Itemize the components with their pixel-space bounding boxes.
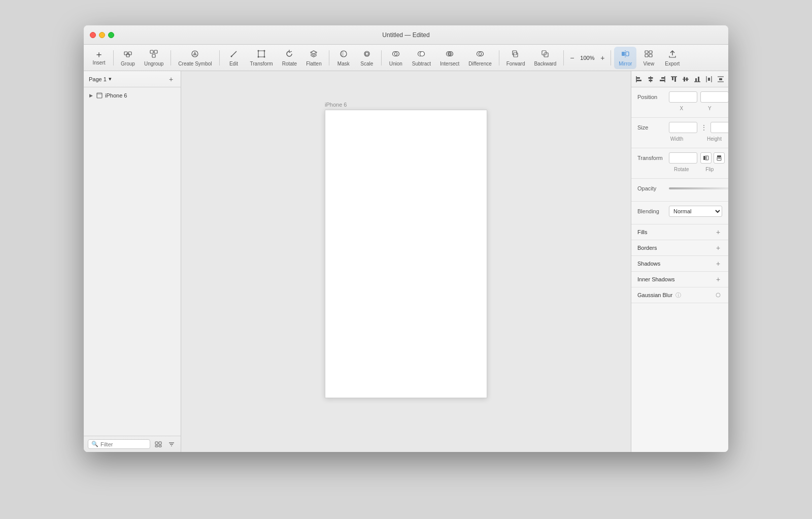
scale-icon [362,49,371,60]
layer-filter-toggle[interactable] [166,439,177,449]
flatten-button[interactable]: Flatten [302,47,326,69]
size-width-input[interactable] [669,122,697,133]
minimize-button[interactable] [99,32,105,38]
svg-rect-36 [649,54,652,57]
layer-item[interactable]: ▶ iPhone 6 [84,89,181,102]
mask-button[interactable]: Mask [332,47,355,69]
ungroup-label: Ungroup [144,61,163,67]
svg-point-77 [716,293,720,297]
align-center-h-button[interactable] [646,74,656,84]
maximize-button[interactable] [108,32,114,38]
backward-label: Backward [534,61,556,67]
svg-point-12 [258,56,259,57]
inner-shadows-add-button[interactable]: + [714,275,722,283]
edit-button[interactable]: Edit [223,47,245,69]
fills-add-button[interactable]: + [714,228,722,236]
insert-button[interactable]: ＋ Insert [88,47,110,69]
scale-button[interactable]: Scale [356,47,378,69]
export-button[interactable]: Export [661,47,684,69]
group-icon [123,49,132,60]
sep2 [171,50,171,66]
svg-point-21 [420,51,425,56]
difference-button[interactable]: Difference [464,47,495,69]
shadows-add-button[interactable]: + [714,260,722,268]
create-symbol-button[interactable]: Create Symbol [174,47,216,69]
position-y-input[interactable] [700,91,728,103]
inner-shadows-section[interactable]: Inner Shadows + [631,272,728,287]
position-y-label: Y [697,106,723,111]
borders-section[interactable]: Borders + [631,240,728,256]
flatten-label: Flatten [306,61,322,67]
flip-v-button[interactable] [714,152,725,164]
artboard-icon [96,92,103,99]
artboard[interactable] [325,110,487,398]
position-row: Position [637,91,722,103]
align-top-button[interactable] [669,74,679,84]
zoom-out-button[interactable]: − [567,53,577,63]
svg-rect-1 [128,52,131,55]
inner-shadows-label: Inner Shadows [637,276,674,282]
subtract-label: Subtract [412,61,431,67]
svg-rect-48 [636,77,640,79]
gaussian-blur-section[interactable]: Gaussian Blur ⓘ [631,287,728,303]
svg-rect-41 [159,442,161,444]
shadows-section[interactable]: Shadows + [631,256,728,272]
transform-section: Transform [631,148,728,179]
union-button[interactable]: Union [385,47,407,69]
rotate-button[interactable]: Rotate [278,47,301,69]
close-button[interactable] [90,32,96,38]
rotate-input[interactable] [669,152,697,164]
shadows-label: Shadows [637,261,660,267]
subtract-button[interactable]: Subtract [408,47,435,69]
zoom-in-button[interactable]: + [597,53,607,63]
intersect-button[interactable]: Intersect [436,47,463,69]
size-height-input[interactable] [710,122,728,133]
backward-button[interactable]: Backward [530,47,560,69]
sep8 [611,50,611,66]
forward-button[interactable]: Forward [502,47,529,69]
transform-button[interactable]: Transform [246,47,277,69]
layers-list: ▶ iPhone 6 [84,87,181,436]
fills-section[interactable]: Fills + [631,224,728,240]
blending-section: Blending Normal Darken Multiply Color Bu… [631,202,728,224]
position-x-input[interactable] [669,91,697,103]
canvas-area[interactable]: iPhone 6 [181,71,631,452]
ungroup-button[interactable]: Ungroup [140,47,167,69]
svg-rect-72 [706,156,708,160]
group-button[interactable]: Group [117,47,139,69]
window-title: Untitled — Edited [382,31,429,39]
subtract-icon [417,49,426,60]
borders-add-button[interactable]: + [714,244,722,252]
link-icon[interactable]: ⋮ [700,123,707,132]
layer-view-button[interactable] [153,439,163,449]
page-selector[interactable]: Page 1 ▾ [89,76,112,82]
svg-point-13 [264,56,265,57]
svg-rect-61 [686,77,688,81]
flip-h-button[interactable] [700,152,712,164]
layer-expand-arrow[interactable]: ▶ [88,92,94,99]
distribute-h-button[interactable] [704,74,714,84]
intersect-label: Intersect [440,61,459,67]
mask-label: Mask [337,61,350,67]
align-bottom-button[interactable] [692,74,702,84]
opacity-slider[interactable] [669,187,728,189]
svg-rect-4 [154,50,157,53]
search-icon: 🔍 [91,441,98,447]
align-center-v-button[interactable] [681,74,691,84]
sidebar-header: Page 1 ▾ + [84,71,181,87]
align-right-button[interactable] [657,74,667,84]
flip-label: Flip [697,167,723,172]
add-page-button[interactable]: + [166,75,176,84]
svg-rect-40 [155,442,158,444]
gaussian-blur-add-button[interactable] [714,291,722,299]
position-label: Position [637,94,666,100]
distribute-v-button[interactable] [716,74,726,84]
view-button[interactable]: View [637,47,660,69]
rotate-label: Rotate [282,61,297,67]
align-left-button[interactable] [634,74,644,84]
mirror-button[interactable]: Mirror [614,47,636,69]
sep1 [113,50,114,66]
svg-rect-0 [124,52,127,55]
filter-input[interactable] [100,441,147,447]
blending-select[interactable]: Normal Darken Multiply Color Burn Lighte… [669,206,722,217]
